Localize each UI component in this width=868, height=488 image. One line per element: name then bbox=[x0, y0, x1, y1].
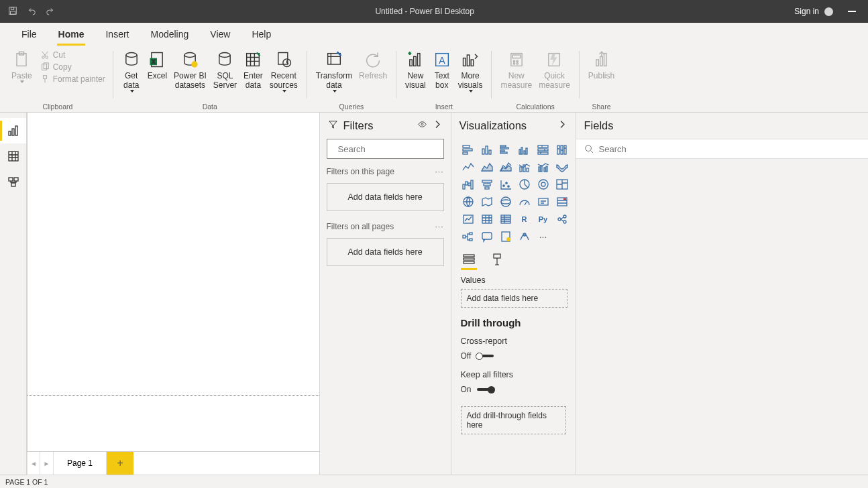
viz-clustered-column[interactable] bbox=[517, 143, 532, 156]
filters-all-pages-dropzone[interactable]: Add data fields here bbox=[327, 238, 444, 266]
viz-filled-map[interactable] bbox=[480, 195, 494, 208]
viz-decomposition-tree[interactable] bbox=[461, 230, 476, 243]
svg-point-33 bbox=[513, 63, 514, 64]
collapse-filters-button[interactable] bbox=[433, 119, 443, 132]
sign-in-link[interactable]: Sign in bbox=[794, 7, 819, 16]
cross-report-toggle[interactable]: Off bbox=[461, 346, 566, 366]
viz-key-influencers[interactable] bbox=[555, 212, 569, 226]
fields-tool[interactable] bbox=[461, 251, 477, 267]
copy-button[interactable]: Copy bbox=[38, 62, 107, 72]
viz-100-stacked-column[interactable] bbox=[555, 143, 569, 156]
paste-label: Paste bbox=[11, 71, 32, 80]
redo-icon[interactable] bbox=[46, 6, 55, 17]
keep-filters-toggle[interactable]: On bbox=[461, 379, 566, 400]
format-painter-button[interactable]: Format painter bbox=[38, 74, 107, 84]
viz-more[interactable]: ··· bbox=[536, 230, 551, 243]
add-page-button[interactable]: + bbox=[107, 452, 133, 475]
format-tool[interactable] bbox=[489, 251, 505, 267]
viz-stacked-column[interactable] bbox=[480, 143, 494, 156]
values-dropzone[interactable]: Add data fields here bbox=[461, 289, 567, 308]
viz-arcgis[interactable] bbox=[517, 230, 532, 243]
tab-modeling[interactable]: Modeling bbox=[140, 23, 199, 46]
viz-line-clustered-column[interactable] bbox=[536, 160, 551, 174]
pbi-datasets-button[interactable]: Power BI datasets bbox=[170, 48, 210, 91]
new-measure-button[interactable]: New measure bbox=[497, 48, 535, 91]
tab-view[interactable]: View bbox=[199, 23, 241, 46]
publish-button[interactable]: Publish bbox=[585, 48, 618, 82]
viz-line-stacked-column[interactable] bbox=[517, 160, 532, 174]
prev-page-button[interactable]: ◄ bbox=[27, 452, 40, 475]
tab-help[interactable]: Help bbox=[241, 23, 282, 46]
report-view-button[interactable] bbox=[0, 118, 26, 143]
fields-search-input[interactable] bbox=[599, 144, 863, 154]
enter-data-button[interactable]: Enter data bbox=[240, 48, 266, 91]
viz-ribbon[interactable] bbox=[555, 160, 569, 174]
viz-stacked-bar[interactable] bbox=[461, 143, 476, 156]
viz-100-stacked-bar[interactable] bbox=[536, 143, 551, 156]
tab-file[interactable]: File bbox=[11, 23, 48, 46]
filters-search[interactable] bbox=[327, 139, 444, 159]
svg-rect-101 bbox=[463, 235, 466, 238]
more-visuals-button[interactable]: More visuals bbox=[455, 48, 486, 94]
viz-paginated[interactable] bbox=[498, 230, 513, 243]
report-canvas[interactable] bbox=[27, 113, 319, 451]
filters-all-pages-menu[interactable]: ··· bbox=[435, 222, 443, 231]
viz-table[interactable] bbox=[498, 212, 513, 226]
tab-insert[interactable]: Insert bbox=[95, 23, 140, 46]
viz-stacked-area[interactable] bbox=[498, 160, 513, 174]
minimize-button[interactable] bbox=[848, 11, 856, 12]
viz-map[interactable] bbox=[461, 195, 476, 208]
viz-python[interactable]: Py bbox=[536, 212, 551, 226]
svg-rect-75 bbox=[463, 184, 465, 189]
model-view-button[interactable] bbox=[0, 169, 26, 194]
viz-gauge[interactable] bbox=[517, 195, 532, 208]
viz-treemap[interactable] bbox=[555, 178, 569, 191]
viz-pie[interactable] bbox=[517, 178, 532, 191]
viz-area[interactable] bbox=[480, 160, 494, 174]
svg-rect-94 bbox=[563, 198, 566, 200]
show-filter-icon[interactable] bbox=[417, 119, 427, 132]
svg-rect-2 bbox=[11, 11, 15, 13]
refresh-button[interactable]: Refresh bbox=[356, 48, 390, 82]
fields-search[interactable] bbox=[576, 139, 869, 159]
cut-button[interactable]: Cut bbox=[38, 50, 107, 60]
excel-button[interactable]: XExcel bbox=[144, 48, 170, 82]
transform-data-button[interactable]: Transform data bbox=[313, 48, 356, 94]
new-visual-button[interactable]: New visual bbox=[402, 48, 429, 91]
viz-scatter[interactable] bbox=[498, 178, 513, 191]
svg-point-16 bbox=[219, 53, 230, 58]
sql-server-button[interactable]: SQL Server bbox=[210, 48, 240, 91]
group-data: Get data XExcel Power BI datasets SQL Se… bbox=[115, 48, 305, 112]
paste-button[interactable]: Paste bbox=[8, 48, 36, 84]
viz-card[interactable] bbox=[536, 195, 551, 208]
quick-measure-button[interactable]: Quick measure bbox=[535, 48, 574, 91]
viz-clustered-bar[interactable] bbox=[498, 143, 513, 156]
viz-multi-row-card[interactable] bbox=[555, 195, 569, 208]
svg-rect-108 bbox=[464, 255, 474, 257]
filters-this-page-menu[interactable]: ··· bbox=[435, 167, 443, 176]
undo-icon[interactable] bbox=[27, 6, 36, 17]
next-page-button[interactable]: ► bbox=[40, 452, 54, 475]
data-view-button[interactable] bbox=[0, 143, 26, 169]
viz-slicer[interactable] bbox=[480, 212, 494, 226]
get-data-button[interactable]: Get data bbox=[119, 48, 144, 94]
page-tab-1[interactable]: Page 1 bbox=[54, 452, 107, 475]
viz-funnel[interactable] bbox=[480, 178, 494, 191]
viz-waterfall[interactable] bbox=[461, 178, 476, 191]
recent-sources-button[interactable]: Recent sources bbox=[266, 48, 301, 94]
filters-search-input[interactable] bbox=[338, 144, 451, 154]
text-box-button[interactable]: AText box bbox=[429, 48, 455, 91]
viz-donut[interactable] bbox=[536, 178, 551, 191]
drill-through-dropzone[interactable]: Add drill-through fields here bbox=[461, 406, 566, 434]
save-icon[interactable] bbox=[8, 6, 17, 17]
viz-line[interactable] bbox=[461, 160, 476, 174]
collapse-viz-button[interactable] bbox=[557, 119, 567, 132]
viz-r-script[interactable]: R bbox=[517, 212, 532, 226]
viz-qna[interactable] bbox=[480, 230, 494, 243]
avatar-icon[interactable] bbox=[824, 7, 833, 16]
tab-home[interactable]: Home bbox=[48, 23, 95, 46]
viz-kpi[interactable] bbox=[461, 212, 476, 226]
viz-shape-map[interactable] bbox=[498, 195, 513, 208]
filters-this-page-dropzone[interactable]: Add data fields here bbox=[327, 183, 444, 211]
svg-point-106 bbox=[506, 237, 510, 241]
